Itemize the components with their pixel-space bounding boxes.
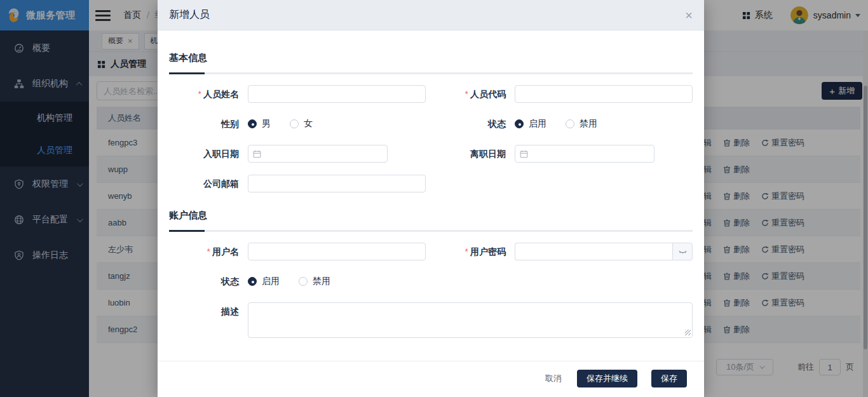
save-and-continue-button[interactable]: 保存并继续 <box>577 370 637 387</box>
person-name-input[interactable] <box>248 85 426 103</box>
field-description: 描述 <box>169 302 693 338</box>
status-enabled-radio[interactable]: 启用 <box>515 118 546 130</box>
company-email-input[interactable] <box>248 175 426 192</box>
person-code-input[interactable] <box>515 85 693 103</box>
radio-dot-icon <box>248 119 257 128</box>
field-label: 状态 <box>488 119 506 129</box>
account-info-form: *用户名 *用户密码 状态 启用 <box>169 243 693 338</box>
radio-label: 男 <box>262 118 271 130</box>
required-asterisk: * <box>198 89 201 99</box>
field-password: *用户密码 <box>436 243 693 260</box>
radio-label: 启用 <box>529 118 546 130</box>
required-asterisk: * <box>207 246 210 257</box>
field-status: 状态 启用 禁用 <box>436 115 693 133</box>
section-title-account: 账户信息 <box>169 210 693 222</box>
field-label: 用户名 <box>212 246 239 257</box>
field-label: 状态 <box>221 276 239 286</box>
account-status-disabled-radio[interactable]: 禁用 <box>299 276 330 287</box>
description-textarea[interactable] <box>248 302 693 338</box>
modal-body: 基本信息 *人员姓名 *人员代码 性别 <box>158 30 704 361</box>
field-hire-date: 入职日期 <box>169 145 426 163</box>
radio-label: 女 <box>304 118 313 130</box>
field-account-status: 状态 启用 禁用 <box>169 273 426 290</box>
field-label: 公司邮箱 <box>203 178 239 189</box>
modal-header: 新增人员 × <box>158 0 704 30</box>
required-asterisk: * <box>465 246 468 257</box>
radio-dot-icon <box>290 119 299 128</box>
basic-info-form: *人员姓名 *人员代码 性别 男 女 <box>169 85 693 192</box>
field-gender: 性别 男 女 <box>169 115 426 133</box>
username-input[interactable] <box>248 243 426 260</box>
radio-label: 禁用 <box>580 118 597 130</box>
field-label: 描述 <box>221 306 239 316</box>
field-label: 人员姓名 <box>203 89 239 99</box>
close-icon[interactable]: × <box>685 9 693 22</box>
modal-title: 新增人员 <box>169 8 210 22</box>
radio-dot-icon <box>299 277 308 286</box>
field-label: 性别 <box>221 119 239 129</box>
section-title-basic: 基本信息 <box>169 52 693 64</box>
eye-closed-icon <box>678 247 688 257</box>
section-divider <box>169 72 693 74</box>
field-company-email: 公司邮箱 <box>169 175 426 192</box>
password-visibility-toggle[interactable] <box>672 243 693 260</box>
field-label: 人员代码 <box>470 89 506 99</box>
modal-footer: 取消 保存并继续 保存 <box>158 361 704 397</box>
field-label: 离职日期 <box>470 149 506 159</box>
cancel-button[interactable]: 取消 <box>539 370 568 387</box>
field-username: *用户名 <box>169 243 426 260</box>
field-leave-date: 离职日期 <box>436 145 693 163</box>
field-person-name: *人员姓名 <box>169 85 426 103</box>
screen: 微服务管理 概要 组织机构 机构管理 人员管理 权 <box>0 0 868 397</box>
gender-male-radio[interactable]: 男 <box>248 118 271 130</box>
required-asterisk: * <box>465 89 468 99</box>
calendar-icon <box>253 150 261 158</box>
calendar-icon <box>520 150 528 158</box>
leave-date-input[interactable] <box>515 145 654 163</box>
radio-dot-icon <box>566 119 574 128</box>
section-divider <box>169 230 693 232</box>
save-button[interactable]: 保存 <box>651 370 687 387</box>
radio-label: 启用 <box>262 276 280 287</box>
password-input[interactable] <box>515 243 672 260</box>
field-label: 用户密码 <box>470 246 506 257</box>
radio-label: 禁用 <box>313 276 330 287</box>
field-person-code: *人员代码 <box>436 85 693 103</box>
account-status-enabled-radio[interactable]: 启用 <box>248 276 280 287</box>
hire-date-input[interactable] <box>248 145 388 163</box>
field-label: 入职日期 <box>203 149 239 159</box>
radio-dot-icon <box>515 119 524 128</box>
status-disabled-radio[interactable]: 禁用 <box>566 118 597 130</box>
gender-female-radio[interactable]: 女 <box>290 118 313 130</box>
add-person-modal: 新增人员 × 基本信息 *人员姓名 *人员代码 <box>158 0 704 397</box>
radio-dot-icon <box>248 277 257 286</box>
